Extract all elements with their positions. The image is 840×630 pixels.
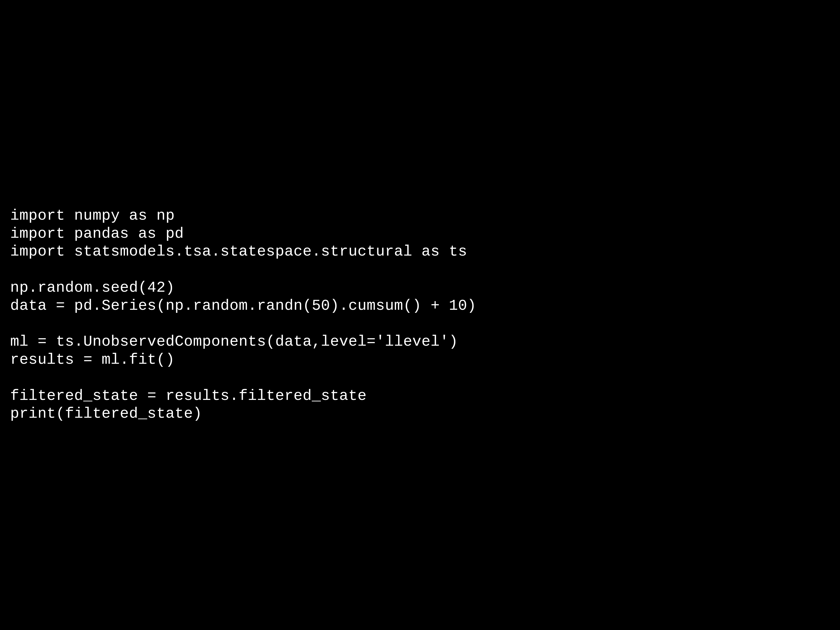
code-line: np.random.seed(42) — [10, 279, 175, 296]
code-line: ml = ts.UnobservedComponents(data,level=… — [10, 333, 458, 350]
code-line: import pandas as pd — [10, 225, 184, 242]
code-block: import numpy as np import pandas as pd i… — [10, 207, 476, 423]
code-line: results = ml.fit() — [10, 351, 175, 368]
code-line: import statsmodels.tsa.statespace.struct… — [10, 243, 467, 260]
code-line: import numpy as np — [10, 207, 175, 224]
code-line: filtered_state = results.filtered_state — [10, 387, 366, 404]
code-line: data = pd.Series(np.random.randn(50).cum… — [10, 297, 476, 314]
code-line: print(filtered_state) — [10, 405, 202, 422]
